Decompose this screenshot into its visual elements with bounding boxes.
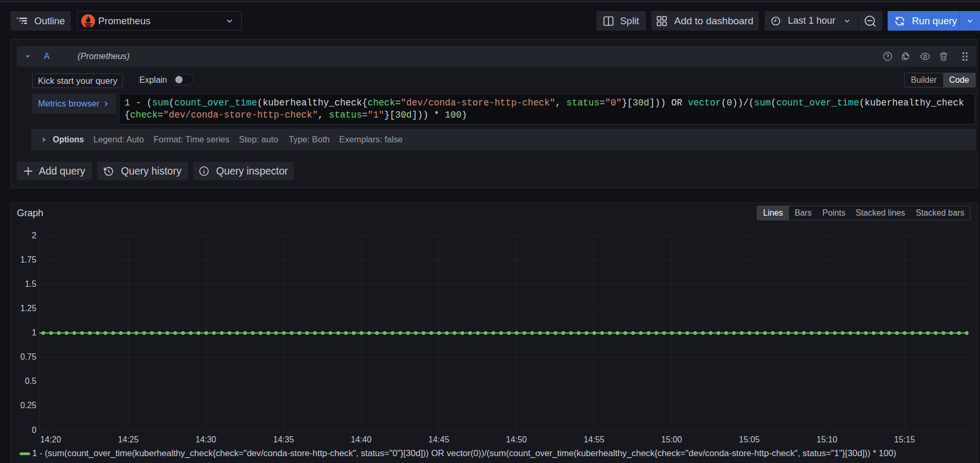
svg-text:0.75: 0.75 [20,352,36,361]
svg-text:14:25: 14:25 [118,435,139,444]
svg-text:14:30: 14:30 [196,435,217,444]
svg-text:14:35: 14:35 [273,435,294,444]
svg-text:14:55: 14:55 [584,435,605,444]
svg-text:0: 0 [32,426,36,435]
svg-text:14:50: 14:50 [506,435,527,444]
svg-text:14:45: 14:45 [429,435,450,444]
svg-text:15:10: 15:10 [816,435,838,444]
svg-text:15:05: 15:05 [739,435,760,444]
svg-text:2: 2 [32,231,36,240]
svg-text:15:15: 15:15 [894,435,915,444]
svg-text:14:20: 14:20 [40,435,61,444]
svg-text:14:40: 14:40 [351,435,372,444]
svg-text:1.25: 1.25 [20,304,36,313]
svg-text:0.25: 0.25 [20,401,36,410]
svg-text:0.5: 0.5 [25,377,36,385]
svg-text:1.5: 1.5 [25,279,36,288]
svg-text:1: 1 [32,328,36,337]
svg-text:1.75: 1.75 [20,255,36,264]
svg-text:15:00: 15:00 [661,435,682,444]
